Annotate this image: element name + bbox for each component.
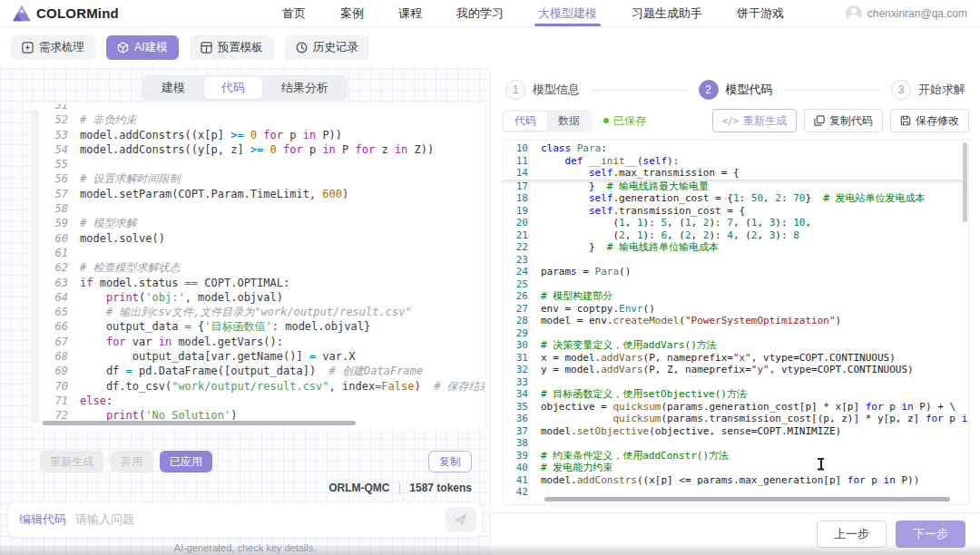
left-tab-1[interactable]: 建模 — [144, 77, 202, 99]
toolbar-button-3[interactable]: 预置模板 — [190, 35, 274, 60]
discard-button[interactable]: 弃用 — [111, 451, 152, 472]
nav-item-3[interactable]: 课程 — [398, 0, 422, 26]
template-icon — [201, 42, 212, 54]
code-line: 39# 约束条件定义，使用addConstr()方法 — [503, 450, 968, 462]
nav-item-2[interactable]: 案例 — [340, 0, 364, 26]
line-number: 65 — [44, 305, 68, 319]
previous-step-button[interactable]: 上一步 — [817, 521, 887, 548]
left-tab-3[interactable]: 结果分析 — [264, 77, 346, 99]
copy-icon — [814, 115, 825, 126]
step-connector — [591, 90, 688, 91]
code-line: 63if model.status == COPT.OPTIMAL: — [44, 276, 485, 290]
right-tab-2[interactable]: 数据 — [547, 112, 591, 131]
save-changes-button[interactable]: 保存修改 — [890, 109, 969, 132]
code-line: 66 output_data = {'目标函数值': model.objval} — [44, 319, 485, 334]
left-editor-vertical-scrollbar[interactable] — [32, 110, 39, 424]
line-number: 17 — [503, 180, 528, 193]
line-number: 64 — [44, 290, 68, 305]
code-line: 52# 非负约束 — [44, 112, 485, 127]
regenerate-button[interactable]: 重新生成 — [40, 451, 103, 472]
step-2: 2模型代码 — [699, 80, 773, 100]
add-square-icon — [22, 42, 34, 54]
logo[interactable]: COLORMind — [13, 5, 119, 22]
left-tab-group: 建模代码结果分析 — [142, 75, 348, 101]
left-editor-horizontal-scrollbar[interactable] — [43, 421, 356, 425]
nav-item-4[interactable]: 我的学习 — [456, 0, 504, 26]
stepper: 1模型信息2模型代码3开始求解 — [491, 80, 980, 100]
code-line: 20 (1, 1): 5, (1, 2): 7, (1, 3): 10, — [503, 217, 968, 229]
step-circle-3: 3 — [891, 80, 911, 100]
token-count: 1587 tokens — [409, 482, 472, 494]
logo-text: COLORMind — [36, 5, 119, 21]
code-line: 40# 发电能力约束 — [503, 462, 968, 474]
code-line: 68 output_data[var.getName()] = var.X — [44, 349, 485, 364]
code-line: 62# 检查模型求解状态 — [44, 260, 485, 275]
line-number: 67 — [44, 335, 68, 349]
left-code-editor[interactable]: 5152# 非负约束53model.addConstrs((x[p] >= 0 … — [32, 104, 485, 429]
code-line: 61 — [44, 246, 485, 260]
nav-item-5[interactable]: 大模型建模 — [538, 0, 597, 26]
step-3: 3开始求解 — [891, 80, 965, 100]
user-account[interactable]: chenxinran@qa.com — [846, 5, 967, 22]
code-line: 23 — [503, 254, 968, 267]
line-number: 69 — [44, 364, 68, 378]
line-number: 27 — [503, 303, 528, 316]
line-number: 37 — [503, 425, 528, 438]
cube-icon — [117, 42, 129, 54]
right-tab-group: 代码数据 — [502, 110, 593, 132]
right-editor-vertical-scrollbar[interactable] — [963, 142, 967, 222]
code-line: 59# 模型求解 — [44, 216, 485, 230]
line-number: 21 — [503, 229, 528, 242]
line-number: 24 — [503, 266, 528, 278]
toolbar-button-4[interactable]: 历史记录 — [285, 35, 369, 60]
code-line: 70 df.to_csv("work/output/result.csv", i… — [44, 379, 485, 394]
line-number: 36 — [503, 413, 528, 425]
line-number: 66 — [44, 319, 68, 334]
code-line: 65 # 输出到csv文件,文件目录为"work/output/result.c… — [44, 305, 485, 319]
step-1: 1模型信息 — [505, 80, 580, 100]
send-button[interactable] — [446, 507, 476, 532]
line-number: 41 — [503, 474, 528, 487]
nav-item-7[interactable]: 饼干游戏 — [737, 0, 784, 26]
saved-status: 已保存 — [603, 113, 646, 129]
input-placeholder: 请输入问题 — [75, 511, 446, 528]
code-line: 19 self.transmission_cost = { — [503, 205, 968, 218]
nav-item-1[interactable]: 首页 — [282, 0, 306, 26]
code-line: 41model.addConstrs((x[p] <= params.max_g… — [503, 474, 968, 487]
right-footer: 上一步 下一步 — [491, 512, 980, 555]
text-cursor — [817, 458, 825, 470]
line-number: 28 — [503, 315, 528, 327]
code-line: 27env = coptpy.Envr() — [503, 303, 968, 316]
line-number: 57 — [44, 187, 68, 201]
copy-button[interactable]: 复制 — [428, 451, 472, 472]
next-step-button[interactable]: 下一步 — [896, 521, 965, 548]
toolbar-button-label: AI建模 — [134, 40, 168, 55]
toolbar-button-label: 需求梳理 — [39, 40, 84, 55]
nav-item-6[interactable]: 习题生成助手 — [632, 0, 702, 26]
app-window: COLORMind 首页案例课程我的学习大模型建模习题生成助手饼干游戏 chen… — [0, 0, 980, 555]
right-tab-1[interactable]: 代码 — [504, 112, 547, 131]
ai-disclaimer: AI-generated, check key details. — [0, 542, 490, 553]
code-line: 58 — [44, 201, 485, 216]
line-number: 22 — [503, 241, 528, 254]
line-number: 42 — [503, 486, 528, 499]
line-number: 71 — [44, 394, 68, 408]
line-number: 11 — [503, 155, 528, 168]
code-line: 24params = Para() — [503, 266, 968, 278]
edit-code-input[interactable]: 编辑代码 请输入问题 — [7, 501, 483, 538]
code-line: 38 — [503, 437, 968, 450]
code-line: 26# 模型构建部分 — [503, 290, 968, 303]
toolbar-button-1[interactable]: 需求梳理 — [11, 35, 95, 60]
code-line: 18 self.generation_cost = {1: 50, 2: 70}… — [503, 192, 968, 205]
toolbar-button-2[interactable]: AI建模 — [106, 35, 179, 60]
applied-button[interactable]: 已应用 — [160, 451, 212, 472]
regenerate-code-button[interactable]: </> 重新生成 — [712, 109, 797, 132]
line-number: 20 — [503, 217, 528, 229]
code-line: 22 } # 输电线路单位输电成本 — [503, 241, 968, 254]
line-number: 14 — [503, 167, 528, 180]
copy-code-button[interactable]: 复制代码 — [804, 109, 883, 132]
left-tab-2[interactable]: 代码 — [204, 77, 262, 99]
right-editor-horizontal-scrollbar[interactable] — [544, 497, 950, 501]
code-line: 17 } # 输电线路最大输电量 — [503, 180, 968, 193]
right-code-editor[interactable]: 10class Para:11 def __init__(self):14 se… — [502, 140, 969, 505]
